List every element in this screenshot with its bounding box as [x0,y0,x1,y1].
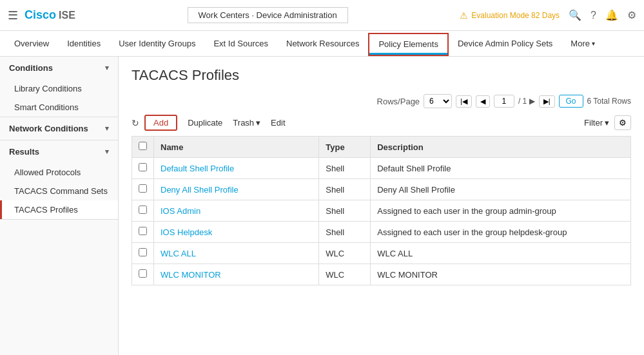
main-content: TACACS Profiles Rows/Page 6 10 20 50 |◀ … [119,57,644,355]
duplicate-button[interactable]: Duplicate [182,116,228,130]
nav-policy-elements[interactable]: Policy Elements [368,33,448,56]
notification-icon[interactable]: 🔔 [605,9,618,21]
row-checkbox[interactable] [139,163,147,171]
evaluation-warning: ⚠ Evaluation Mode 82 Days [460,10,560,21]
search-icon[interactable]: 🔍 [569,9,581,21]
topbar-right: ⚠ Evaluation Mode 82 Days 🔍 ? 🔔 ⚙ [460,9,636,21]
action-bar: ↻ Add Duplicate Trash ▾ Edit Filter ▾ ⚙ [132,115,631,131]
row-type: Shell [319,158,371,179]
nav-user-identity-groups[interactable]: User Identity Groups [110,31,204,57]
row-description: Assigned to each user in the group admin… [371,200,631,222]
nav-overview[interactable]: Overview [5,31,58,57]
table-row: Default Shell Profile Shell Default Shel… [132,158,631,179]
conditions-chevron: ▾ [105,64,109,72]
trash-label: Trash [233,118,254,128]
nav-network-resources[interactable]: Network Resources [277,31,368,57]
row-type: Shell [319,200,371,222]
refresh-button[interactable]: ↻ [132,118,139,128]
sidebar-section-network-conditions-header[interactable]: Network Conditions ▾ [0,117,118,140]
next-page-button[interactable]: ▶| [539,95,555,108]
hamburger-icon[interactable]: ☰ [8,8,18,23]
sidebar-item-tacacs-profiles[interactable]: TACACS Profiles [0,200,118,219]
pagination-row: Rows/Page 6 10 20 50 |◀ ◀ / 1 ▶ ▶| Go 6 … [132,94,631,108]
row-description: Deny All Shell Profile [371,179,631,200]
results-label: Results [9,147,39,157]
row-checkbox[interactable] [139,227,147,235]
table-row: WLC MONITOR WLC WLC MONITOR [132,264,631,285]
nav-more[interactable]: More ▾ [561,31,604,57]
row-name[interactable]: Default Shell Profile [154,158,319,179]
sidebar-section-results-header[interactable]: Results ▾ [0,140,118,163]
table-settings-button[interactable]: ⚙ [614,115,631,130]
table-row: Deny All Shell Profile Shell Deny All Sh… [132,179,631,200]
row-checkbox[interactable] [139,269,147,278]
help-icon[interactable]: ? [590,10,596,21]
trash-dropdown[interactable]: Trash ▾ [233,118,260,128]
navbar: Overview Identities User Identity Groups… [0,31,644,57]
page-total: / 1 ▶ [518,97,535,106]
row-checkbox[interactable] [139,206,147,214]
sidebar-item-tacacs-command-sets[interactable]: TACACS Command Sets [0,182,118,200]
go-button[interactable]: Go [559,95,583,108]
row-name[interactable]: WLC MONITOR [154,264,319,285]
breadcrumb-text: Work Centers · Device Administration [188,7,348,23]
breadcrumb: Work Centers · Device Administration [82,7,454,23]
nav-identities[interactable]: Identities [58,31,110,57]
row-checkbox[interactable] [139,248,147,256]
ise-brand: ISE [59,10,75,21]
add-button[interactable]: Add [144,115,177,131]
row-description: WLC MONITOR [371,264,631,285]
topbar: ☰ Cisco ISE Work Centers · Device Admini… [0,0,644,31]
row-checkbox-cell [132,179,154,200]
row-checkbox[interactable] [139,184,147,193]
row-checkbox-cell [132,264,154,285]
rows-per-page-select[interactable]: 6 10 20 50 [424,94,452,108]
prev-page-button[interactable]: ◀ [476,95,490,108]
page-number-input[interactable] [494,95,514,108]
row-description: Default Shell Profile [371,158,631,179]
row-name[interactable]: IOS Helpdesk [154,222,319,243]
table-row: IOS Helpdesk Shell Assigned to each user… [132,222,631,243]
network-conditions-label: Network Conditions [9,124,88,133]
trash-chevron-icon: ▾ [256,118,260,128]
filter-chevron-icon: ▾ [605,118,609,128]
column-header-type: Type [319,137,371,158]
nav-device-admin-policy-sets[interactable]: Device Admin Policy Sets [449,31,561,57]
settings-icon[interactable]: ⚙ [627,9,636,21]
warning-icon: ⚠ [460,10,468,21]
sidebar-item-library-conditions[interactable]: Library Conditions [0,79,118,98]
row-type: Shell [319,179,371,200]
more-chevron: ▾ [592,40,595,47]
evaluation-text: Evaluation Mode 82 Days [471,11,560,20]
row-name[interactable]: IOS Admin [154,200,319,222]
column-header-description: Description [371,137,631,158]
select-all-checkbox[interactable] [139,142,147,150]
pagination-area: Rows/Page 6 10 20 50 |◀ ◀ / 1 ▶ ▶| Go 6 … [377,94,631,108]
sidebar-item-smart-conditions[interactable]: Smart Conditions [0,98,118,117]
row-checkbox-cell [132,243,154,264]
select-all-checkbox-cell [132,137,154,158]
row-checkbox-cell [132,222,154,243]
sidebar: Conditions ▾ Library Conditions Smart Co… [0,57,119,355]
row-type: WLC [319,243,371,264]
edit-button[interactable]: Edit [266,116,290,130]
row-name[interactable]: Deny All Shell Profile [154,179,319,200]
action-right: Filter ▾ ⚙ [584,115,631,130]
row-type: WLC [319,264,371,285]
row-description: Assigned to each user in the group helpd… [371,222,631,243]
row-name[interactable]: WLC ALL [154,243,319,264]
first-page-button[interactable]: |◀ [456,95,472,108]
filter-button[interactable]: Filter ▾ [584,118,609,128]
sidebar-item-allowed-protocols[interactable]: Allowed Protocols [0,163,118,182]
cisco-brand: Cisco [24,8,56,22]
sidebar-section-results: Results ▾ Allowed Protocols TACACS Comma… [0,140,118,220]
table-header-row: Name Type Description [132,137,631,158]
sidebar-section-conditions-header[interactable]: Conditions ▾ [0,57,118,79]
column-header-name: Name [154,137,319,158]
nav-ext-id-sources[interactable]: Ext Id Sources [204,31,277,57]
conditions-label: Conditions [9,63,53,73]
cisco-logo: Cisco ISE [24,8,75,22]
table-row: WLC ALL WLC WLC ALL [132,243,631,264]
tacacs-profiles-table: Name Type Description Default Shell Prof… [132,136,631,285]
rows-per-page-label: Rows/Page [377,97,420,106]
